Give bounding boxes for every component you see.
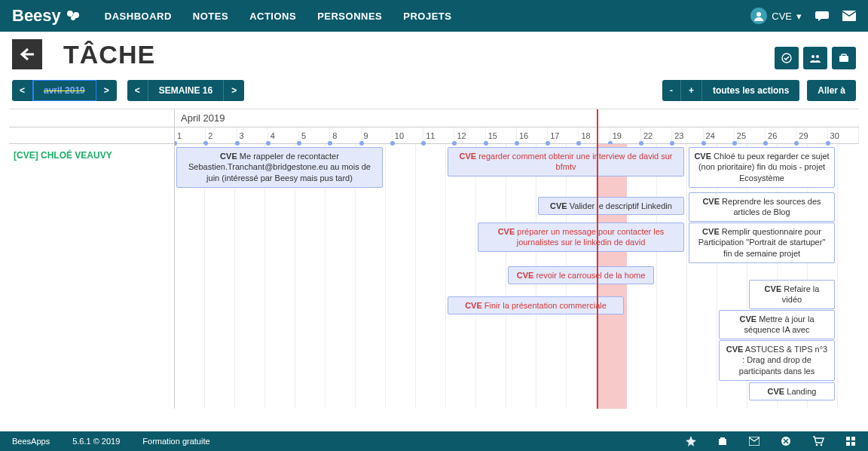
month-label-button[interactable]: avril 2019: [33, 80, 96, 101]
user-menu[interactable]: CVE ▾: [750, 8, 802, 24]
svg-rect-11: [720, 437, 725, 440]
zoom-in-button[interactable]: +: [681, 80, 702, 101]
day-header-cell: 15: [486, 127, 517, 143]
day-header-cell: 12: [454, 127, 485, 143]
month-prev-button[interactable]: <: [12, 80, 33, 101]
inbox-icon[interactable]: [749, 437, 760, 446]
week-label-button[interactable]: SEMAINE 16: [148, 80, 224, 101]
user-name: CVE: [772, 11, 792, 22]
cart-icon[interactable]: [812, 436, 824, 446]
footer-version: 5.6.1 © 2019: [72, 437, 120, 446]
svg-rect-10: [719, 439, 726, 445]
task-bar[interactable]: CVE Me rappeler de recontacter Sebastien…: [176, 147, 383, 188]
task-bar[interactable]: CVE Reprendre les sources des articles d…: [689, 192, 835, 222]
day-header-cell: 17: [548, 127, 579, 143]
footer-brand: BeesApps: [12, 437, 50, 446]
pin-icon[interactable]: [686, 436, 696, 446]
tool-briefcase-icon[interactable]: [832, 47, 856, 69]
task-bar[interactable]: CVE Landing: [749, 382, 835, 400]
day-header-cell: 30: [828, 127, 859, 143]
person-row[interactable]: [CVE] CHLOÉ VEAUVY: [9, 144, 174, 167]
nav-actions[interactable]: ACTIONS: [249, 11, 296, 22]
all-actions-button[interactable]: toutes les actions: [702, 80, 799, 101]
day-header-cell: 5: [299, 127, 330, 143]
brand-text: Beesy: [12, 6, 61, 26]
svg-point-3: [756, 12, 761, 17]
svg-point-0: [67, 11, 73, 17]
zoom-out-button[interactable]: -: [662, 80, 681, 101]
timeline: [CVE] CHLOÉ VEAUVY April 2019 1234589101…: [9, 109, 859, 409]
mail-icon[interactable]: [842, 11, 856, 21]
brand-logo[interactable]: Beesy: [12, 6, 82, 26]
chat-icon[interactable]: [815, 10, 829, 22]
week-next-button[interactable]: >: [224, 80, 244, 101]
day-header-cell: 11: [423, 127, 454, 143]
archive-icon[interactable]: [717, 436, 728, 446]
svg-point-6: [811, 55, 815, 58]
page-title: TÂCHE: [63, 40, 155, 69]
back-button[interactable]: [12, 39, 42, 69]
chevron-down-icon: ▾: [796, 11, 802, 22]
day-header-cell: 29: [796, 127, 827, 143]
svg-rect-17: [851, 437, 855, 440]
footer-training[interactable]: Formation gratuite: [142, 437, 209, 446]
day-header-cell: 25: [735, 127, 766, 143]
nav-dashboard[interactable]: DASHBOARD: [105, 11, 172, 22]
day-header-cell: 9: [362, 127, 393, 143]
svg-point-7: [816, 55, 819, 58]
day-header-cell: 26: [766, 127, 796, 143]
svg-rect-16: [846, 437, 850, 440]
svg-rect-18: [846, 442, 850, 446]
week-picker: < SEMAINE 16 >: [127, 80, 244, 101]
tool-check-icon[interactable]: [775, 47, 799, 69]
day-header-cell: 18: [579, 127, 610, 143]
task-bar[interactable]: CVE Mettre à jour la séquence IA avec: [719, 310, 835, 339]
nav-personnes[interactable]: PERSONNES: [317, 11, 382, 22]
day-header-cell: 10: [393, 127, 423, 143]
month-header: April 2019: [175, 109, 859, 127]
day-header-cell: 8: [330, 127, 361, 143]
task-bar[interactable]: CVE Refaire la vidéo: [749, 280, 835, 309]
task-bar[interactable]: CVE préparer un message pour contacter l…: [478, 222, 684, 252]
nav-projets[interactable]: PROJETS: [403, 11, 451, 22]
task-bar[interactable]: CVE Chloé tu peux regarder ce sujet (non…: [689, 147, 835, 188]
svg-rect-19: [851, 442, 855, 446]
svg-point-15: [821, 444, 823, 446]
day-header-cell: 22: [641, 127, 672, 143]
bee-icon: [66, 9, 82, 23]
day-header-cell: 1: [175, 127, 206, 143]
task-bar[interactable]: CVE Remplir questionnaire pour Participa…: [689, 222, 835, 263]
day-header-cell: 19: [610, 127, 641, 143]
task-bar[interactable]: CVE regarder comment obtenir une intervi…: [448, 147, 684, 176]
svg-point-2: [71, 16, 75, 20]
week-prev-button[interactable]: <: [127, 80, 148, 101]
day-header-cell: 24: [704, 127, 735, 143]
grid-icon[interactable]: [845, 436, 856, 446]
month-picker: < avril 2019 >: [12, 80, 117, 101]
month-next-button[interactable]: >: [96, 80, 117, 101]
task-bar[interactable]: CVE Valider le descriptif Linkedin: [538, 197, 684, 215]
svg-point-14: [816, 444, 818, 446]
zoom-actions: - + toutes les actions: [662, 80, 799, 101]
day-header-cell: 2: [206, 127, 237, 143]
nav-notes[interactable]: NOTES: [193, 11, 228, 22]
day-header-cell: 3: [237, 127, 268, 143]
task-bar[interactable]: CVE ASTUCES & TIPS n°3 : Drag and drop d…: [719, 340, 835, 381]
day-header-cell: 4: [268, 127, 299, 143]
tool-users-icon[interactable]: [803, 47, 827, 69]
close-circle-icon[interactable]: [781, 436, 791, 446]
goto-button[interactable]: Aller à: [807, 80, 856, 101]
day-header-cell: 16: [517, 127, 548, 143]
day-header-cell: 23: [672, 127, 703, 143]
task-bar[interactable]: CVE revoir le carrousel de la home: [508, 266, 654, 284]
svg-rect-9: [842, 54, 846, 57]
avatar-icon: [750, 8, 767, 24]
